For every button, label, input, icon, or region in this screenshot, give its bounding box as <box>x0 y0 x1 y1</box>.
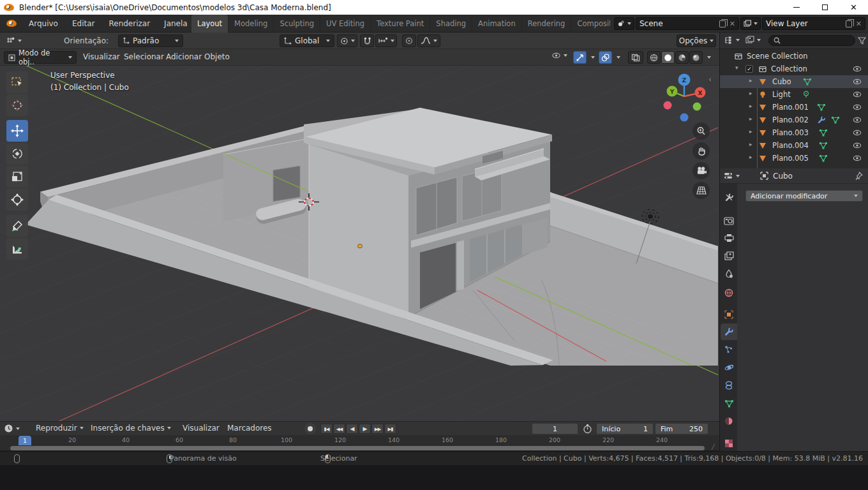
pivot-point-dropdown[interactable]: Global <box>280 34 334 47</box>
tool-rotate[interactable] <box>6 143 28 165</box>
tab-constraints[interactable] <box>721 377 737 394</box>
tab-compositing[interactable]: Compositing <box>571 15 610 33</box>
eye-icon[interactable] <box>853 128 862 137</box>
remove-view-layer-icon[interactable]: ✕ <box>856 20 862 28</box>
disclosure-icon[interactable]: ▸ <box>749 115 752 122</box>
pan-hand-button[interactable] <box>692 142 710 160</box>
tab-scene[interactable] <box>721 265 737 282</box>
menu-renderizar[interactable]: Renderizar <box>101 15 157 33</box>
tab-object-data[interactable] <box>721 395 737 412</box>
jump-end-button[interactable]: ▶▮ <box>384 424 396 434</box>
view-layer-browse-icon[interactable] <box>740 17 761 30</box>
outliner-search[interactable] <box>768 35 855 46</box>
new-view-layer-icon[interactable] <box>846 20 852 27</box>
tab-physics[interactable] <box>721 359 737 376</box>
shading-dropdown-chevron[interactable] <box>707 56 711 59</box>
current-frame-field[interactable]: 1 <box>532 423 578 434</box>
menu-adicionar[interactable]: Adicionar <box>163 52 204 61</box>
tab-output[interactable] <box>721 230 737 246</box>
keying-menu[interactable]: Inserção de chaves <box>88 424 174 433</box>
disclosure-icon[interactable]: ▸ <box>749 77 752 84</box>
overlays-dropdown-chevron[interactable] <box>617 56 620 59</box>
add-modifier-dropdown[interactable]: Adicionar modificador <box>745 190 863 202</box>
snap-settings-button[interactable] <box>375 34 397 47</box>
tab-modeling[interactable]: Modeling <box>228 15 274 33</box>
outliner-row-collection[interactable]: ▾ ✓ Collection <box>720 63 868 75</box>
tab-tool[interactable] <box>721 189 737 205</box>
tool-select-box[interactable] <box>6 71 28 93</box>
tool-move[interactable] <box>6 120 28 142</box>
disclosure-icon[interactable]: ▸ <box>749 103 752 109</box>
stopwatch-icon[interactable] <box>583 424 592 434</box>
markers-menu[interactable]: Marcadores <box>225 424 274 433</box>
gizmo-minus-y[interactable] <box>693 103 701 111</box>
outliner-row-plano002[interactable]: ▸ Plano.002 <box>720 114 868 126</box>
maximize-button[interactable] <box>811 0 839 15</box>
eye-icon[interactable] <box>853 77 862 86</box>
disclosure-icon[interactable]: ▸ <box>749 128 752 135</box>
xray-toggle[interactable] <box>628 51 643 64</box>
mode-dropdown[interactable]: Modo de obj.. <box>4 51 77 64</box>
collection-checkbox[interactable]: ✓ <box>745 65 753 73</box>
tab-rendering[interactable]: Rendering <box>522 15 572 33</box>
jump-start-button[interactable]: ▮◀ <box>320 424 333 434</box>
close-button[interactable]: ✕ <box>839 0 868 15</box>
view-layer-field[interactable]: View Layer ✕ <box>762 17 865 30</box>
pin-icon[interactable] <box>855 172 863 180</box>
eye-icon[interactable] <box>853 115 862 124</box>
shading-solid-button[interactable] <box>661 51 675 64</box>
tab-modifiers[interactable] <box>721 323 737 340</box>
blender-menu-icon[interactable] <box>6 20 17 27</box>
collection-disclosure-icon[interactable]: ▾ <box>735 64 738 71</box>
outliner-row-plano004[interactable]: ▸ Plano.004 <box>720 139 868 152</box>
pivot-center-button[interactable] <box>337 34 357 47</box>
properties-editor-type-button[interactable] <box>724 172 740 180</box>
playback-menu[interactable]: Reproduzir <box>33 424 86 433</box>
gizmo-x-label[interactable]: X <box>698 90 703 96</box>
outliner-row-plano005[interactable]: ▸ Plano.005 <box>720 152 868 165</box>
disclosure-icon[interactable]: ▸ <box>749 141 752 147</box>
tab-animation[interactable]: Animation <box>472 15 522 33</box>
eye-icon[interactable] <box>853 141 862 150</box>
ortho-toggle-button[interactable] <box>692 182 710 199</box>
gizmo-toggle[interactable] <box>573 51 587 64</box>
tab-uv-editing[interactable]: UV Editing <box>320 15 371 33</box>
shading-rendered-button[interactable] <box>689 51 703 64</box>
tab-texture-paint[interactable]: Texture Paint <box>371 15 430 33</box>
tab-shading[interactable]: Shading <box>430 15 472 33</box>
tool-measure[interactable] <box>6 238 28 260</box>
outliner-search-input[interactable] <box>781 37 845 45</box>
nav-gizmo[interactable]: Z Y X <box>659 69 711 125</box>
menu-editar[interactable]: Editar <box>65 15 102 33</box>
minimize-button[interactable] <box>782 0 811 15</box>
eye-icon[interactable] <box>853 64 862 73</box>
timeline-scrollbar[interactable]: ╱ <box>0 445 719 451</box>
tool-scale[interactable] <box>6 166 28 188</box>
scene-browse-icon[interactable] <box>614 17 634 30</box>
timeline-editor-type-button[interactable] <box>4 424 20 433</box>
scene-name-field[interactable]: Scene ✕ <box>636 17 739 30</box>
outliner-row-cubo[interactable]: ▸ Cubo <box>720 75 868 88</box>
tab-sculpting[interactable]: Sculpting <box>274 15 320 33</box>
play-reverse-button[interactable]: ◀ <box>346 424 358 434</box>
menu-arquivo[interactable]: Arquivo <box>22 15 65 33</box>
tool-cursor[interactable] <box>6 94 28 116</box>
disclosure-icon[interactable]: ▸ <box>749 154 752 160</box>
proportional-edit-toggle[interactable] <box>402 34 416 47</box>
outliner-row-plano001[interactable]: ▸ Plano.001 <box>720 101 868 114</box>
new-scene-icon[interactable] <box>719 20 726 27</box>
playhead[interactable]: 1 <box>19 436 31 445</box>
camera-view-button[interactable] <box>692 162 710 179</box>
tool-transform[interactable] <box>6 189 28 211</box>
scrollbar-thumb[interactable] <box>10 446 705 450</box>
visibility-dropdown[interactable] <box>551 51 567 60</box>
frame-end-field[interactable]: Fim250 <box>655 423 708 434</box>
disclosure-icon[interactable]: ▸ <box>749 90 752 96</box>
tab-texture[interactable] <box>721 435 737 452</box>
outliner-display-mode-button[interactable] <box>745 36 761 44</box>
resize-grip-icon[interactable]: ╱ <box>712 444 715 450</box>
timeline-view-menu[interactable]: Visualizar <box>180 424 222 433</box>
menu-janela[interactable]: Janela <box>157 15 195 33</box>
viewport-canvas[interactable]: User Perspective (1) Collection | Cubo ‹ <box>0 66 719 421</box>
gizmo-minus-x[interactable] <box>664 101 672 110</box>
